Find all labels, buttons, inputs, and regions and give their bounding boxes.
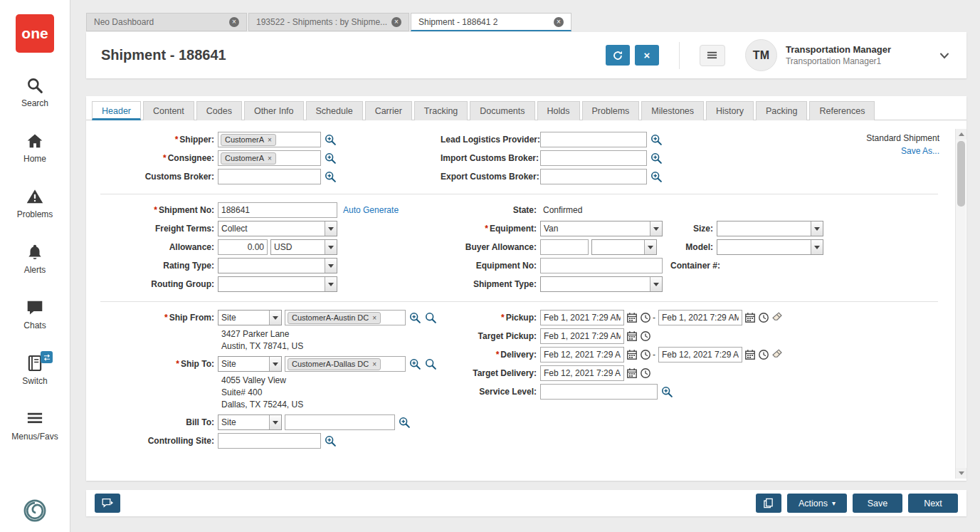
zoom-in-icon[interactable] [661,386,673,398]
avatar[interactable]: TM [745,39,777,71]
search-lookup-icon[interactable] [425,358,437,370]
network-swirl-icon[interactable] [22,498,48,523]
one-network-logo[interactable]: one [16,14,54,53]
ship-from-type-select[interactable]: Site [218,310,282,325]
allowance-input[interactable] [218,239,268,255]
shipment-no-input[interactable] [218,202,337,218]
pickup-end-input[interactable] [658,310,742,325]
search-lookup-icon[interactable] [425,312,437,324]
tab-documents[interactable]: Documents [470,101,534,120]
clock-icon[interactable] [758,349,769,360]
close-tab-icon[interactable]: × [391,17,401,27]
close-page-button[interactable]: × [635,45,659,66]
sidebar-item-switch[interactable]: Switch [22,354,47,386]
export-customs-broker-input[interactable] [540,169,647,184]
pickup-start-input[interactable] [540,310,624,325]
tab-problems[interactable]: Problems [582,101,640,120]
customs-broker-input[interactable] [218,169,321,184]
next-button[interactable]: Next [908,494,958,513]
eraser-icon[interactable] [771,348,784,361]
scroll-up-icon[interactable] [956,129,966,140]
dropdown-arrow-icon[interactable] [325,259,337,273]
remove-tag-icon[interactable]: × [268,136,272,144]
sidebar-item-home[interactable]: Home [23,132,46,164]
tab-shipment-detail[interactable]: Shipment - 188641 2 × [411,13,571,31]
dropdown-arrow-icon[interactable] [269,311,281,325]
ship-to-input[interactable]: CustomerA-Dallas DC× [285,356,406,372]
chat-button[interactable] [95,494,120,513]
tab-holds[interactable]: Holds [537,101,580,120]
actions-button[interactable]: Actions▾ [787,494,847,513]
scroll-down-icon[interactable] [956,468,966,479]
service-level-input[interactable] [540,384,658,400]
refresh-button[interactable] [606,45,630,66]
target-pickup-input[interactable] [540,328,624,344]
equipment-select[interactable]: Van [540,221,663,236]
clock-icon[interactable] [758,312,769,323]
bill-to-input[interactable] [285,414,395,430]
tab-carrier[interactable]: Carrier [365,101,412,120]
calendar-icon[interactable] [626,349,638,360]
scrollbar[interactable] [955,129,966,479]
sidebar-item-chats[interactable]: Chats [23,298,46,330]
dropdown-arrow-icon[interactable] [269,415,281,429]
size-select[interactable] [717,221,823,236]
save-as-link[interactable]: Save As... [810,146,939,156]
equipment-no-input[interactable] [540,258,663,273]
zoom-in-icon[interactable] [325,152,337,165]
tab-header[interactable]: Header [92,101,141,120]
lead-logistics-provider-input[interactable] [540,132,647,147]
scrollbar-thumb[interactable] [957,141,965,207]
tab-other-info[interactable]: Other Info [244,101,304,120]
target-delivery-input[interactable] [540,365,624,381]
zoom-in-icon[interactable] [325,134,337,146]
zoom-in-icon[interactable] [650,134,663,146]
dropdown-arrow-icon[interactable] [650,221,662,236]
buyer-allowance-currency-select[interactable] [591,239,657,255]
zoom-in-icon[interactable] [325,171,337,183]
model-select[interactable] [717,239,823,255]
zoom-in-icon[interactable] [650,171,663,183]
import-customs-broker-input[interactable] [540,150,647,166]
delivery-start-input[interactable] [540,347,624,363]
save-button[interactable]: Save [853,494,902,513]
tab-packing[interactable]: Packing [756,101,807,120]
calendar-icon[interactable] [626,330,638,342]
tab-references[interactable]: References [809,101,875,120]
tab-codes[interactable]: Codes [196,101,242,120]
dropdown-arrow-icon[interactable] [269,357,281,371]
dropdown-arrow-icon[interactable] [650,277,662,291]
sidebar-item-search[interactable]: Search [21,76,48,108]
tab-neo-dashboard[interactable]: Neo Dashboard × [86,13,247,31]
allowance-currency-select[interactable]: USD [270,239,337,255]
calendar-icon[interactable] [744,349,756,360]
remove-tag-icon[interactable]: × [268,155,272,162]
controlling-site-input[interactable] [218,433,321,449]
consignee-input[interactable]: CustomerA× [218,150,321,166]
close-tab-icon[interactable]: × [554,17,564,27]
sidebar-item-alerts[interactable]: Alerts [24,243,46,275]
tab-content[interactable]: Content [143,101,194,120]
zoom-in-icon[interactable] [650,152,663,165]
shipment-type-select[interactable] [540,276,663,292]
calendar-icon[interactable] [626,367,638,379]
calendar-icon[interactable] [626,312,638,323]
rating-type-select[interactable] [218,258,337,273]
zoom-in-icon[interactable] [325,435,337,447]
dropdown-arrow-icon[interactable] [811,221,823,236]
zoom-in-icon[interactable] [409,358,421,370]
zoom-in-icon[interactable] [409,312,421,324]
dropdown-arrow-icon[interactable] [325,221,337,236]
remove-tag-icon[interactable]: × [372,360,376,368]
routing-group-select[interactable] [218,276,337,292]
buyer-allowance-input[interactable] [540,239,589,255]
tab-shipments-list[interactable]: 193522 - Shipments : by Shipme... × [248,13,409,31]
dropdown-arrow-icon[interactable] [811,240,823,254]
close-tab-icon[interactable]: × [229,17,239,27]
user-menu-chevron[interactable] [934,45,955,66]
dropdown-arrow-icon[interactable] [325,277,337,291]
clock-icon[interactable] [640,349,651,360]
tab-history[interactable]: History [706,101,754,120]
ship-from-input[interactable]: CustomerA-Austin DC× [285,310,406,325]
freight-terms-select[interactable]: Collect [218,221,337,236]
